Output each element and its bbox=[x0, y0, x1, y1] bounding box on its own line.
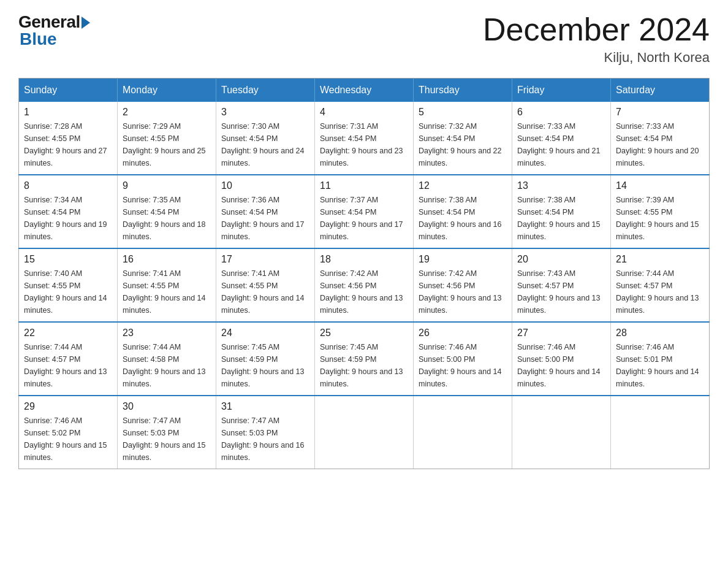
day-number: 14 bbox=[616, 180, 704, 191]
calendar-day-cell: 6 Sunrise: 7:33 AMSunset: 4:54 PMDayligh… bbox=[512, 102, 611, 175]
day-info: Sunrise: 7:44 AMSunset: 4:58 PMDaylight:… bbox=[123, 341, 211, 390]
day-info: Sunrise: 7:47 AMSunset: 5:03 PMDaylight:… bbox=[123, 415, 211, 464]
calendar-day-cell: 25 Sunrise: 7:45 AMSunset: 4:59 PMDaylig… bbox=[315, 322, 414, 396]
calendar-day-cell bbox=[512, 396, 611, 469]
day-number: 30 bbox=[123, 401, 211, 412]
calendar-day-cell bbox=[414, 396, 512, 469]
day-number: 25 bbox=[320, 327, 408, 339]
day-number: 28 bbox=[616, 327, 704, 339]
day-info: Sunrise: 7:38 AMSunset: 4:54 PMDaylight:… bbox=[517, 194, 605, 243]
day-number: 29 bbox=[24, 401, 112, 412]
day-info: Sunrise: 7:36 AMSunset: 4:54 PMDaylight:… bbox=[221, 194, 309, 243]
day-number: 24 bbox=[221, 327, 309, 339]
day-info: Sunrise: 7:41 AMSunset: 4:55 PMDaylight:… bbox=[221, 267, 309, 316]
day-info: Sunrise: 7:46 AMSunset: 5:00 PMDaylight:… bbox=[517, 341, 605, 390]
weekday-header-row: SundayMondayTuesdayWednesdayThursdayFrid… bbox=[19, 79, 710, 102]
day-number: 2 bbox=[123, 107, 211, 118]
calendar-day-cell: 2 Sunrise: 7:29 AMSunset: 4:55 PMDayligh… bbox=[118, 102, 216, 175]
day-number: 5 bbox=[419, 107, 507, 118]
weekday-header-thursday: Thursday bbox=[414, 79, 512, 102]
calendar-day-cell: 28 Sunrise: 7:46 AMSunset: 5:01 PMDaylig… bbox=[611, 322, 710, 396]
weekday-header-tuesday: Tuesday bbox=[216, 79, 315, 102]
calendar-header: SundayMondayTuesdayWednesdayThursdayFrid… bbox=[19, 79, 710, 102]
day-number: 16 bbox=[123, 254, 211, 265]
day-info: Sunrise: 7:40 AMSunset: 4:55 PMDaylight:… bbox=[24, 267, 112, 316]
day-info: Sunrise: 7:38 AMSunset: 4:54 PMDaylight:… bbox=[419, 194, 507, 243]
day-info: Sunrise: 7:41 AMSunset: 4:55 PMDaylight:… bbox=[123, 267, 211, 316]
day-number: 17 bbox=[221, 254, 309, 265]
calendar-day-cell: 12 Sunrise: 7:38 AMSunset: 4:54 PMDaylig… bbox=[414, 175, 512, 248]
calendar-day-cell: 26 Sunrise: 7:46 AMSunset: 5:00 PMDaylig… bbox=[414, 322, 512, 396]
day-number: 6 bbox=[517, 107, 605, 118]
calendar-day-cell: 10 Sunrise: 7:36 AMSunset: 4:54 PMDaylig… bbox=[216, 175, 315, 248]
calendar-day-cell: 16 Sunrise: 7:41 AMSunset: 4:55 PMDaylig… bbox=[118, 248, 216, 322]
calendar-day-cell: 13 Sunrise: 7:38 AMSunset: 4:54 PMDaylig… bbox=[512, 175, 611, 248]
calendar-day-cell: 18 Sunrise: 7:42 AMSunset: 4:56 PMDaylig… bbox=[315, 248, 414, 322]
calendar-table: SundayMondayTuesdayWednesdayThursdayFrid… bbox=[18, 78, 710, 469]
day-number: 26 bbox=[419, 327, 507, 339]
day-number: 15 bbox=[24, 254, 112, 265]
day-number: 21 bbox=[616, 254, 704, 265]
day-number: 8 bbox=[24, 180, 112, 191]
logo: General Blue bbox=[18, 12, 90, 49]
day-info: Sunrise: 7:42 AMSunset: 4:56 PMDaylight:… bbox=[320, 267, 408, 316]
day-number: 10 bbox=[221, 180, 309, 191]
day-info: Sunrise: 7:46 AMSunset: 5:01 PMDaylight:… bbox=[616, 341, 704, 390]
calendar-day-cell: 5 Sunrise: 7:32 AMSunset: 4:54 PMDayligh… bbox=[414, 102, 512, 175]
calendar-day-cell: 31 Sunrise: 7:47 AMSunset: 5:03 PMDaylig… bbox=[216, 396, 315, 469]
day-info: Sunrise: 7:29 AMSunset: 4:55 PMDaylight:… bbox=[123, 120, 211, 169]
calendar-day-cell: 7 Sunrise: 7:33 AMSunset: 4:54 PMDayligh… bbox=[611, 102, 710, 175]
logo-blue-text: Blue bbox=[20, 29, 57, 49]
calendar-day-cell: 1 Sunrise: 7:28 AMSunset: 4:55 PMDayligh… bbox=[19, 102, 118, 175]
day-number: 23 bbox=[123, 327, 211, 339]
day-number: 20 bbox=[517, 254, 605, 265]
day-info: Sunrise: 7:32 AMSunset: 4:54 PMDaylight:… bbox=[419, 120, 507, 169]
location-label: Kilju, North Korea bbox=[483, 50, 710, 66]
month-title: December 2024 bbox=[483, 12, 710, 47]
day-number: 7 bbox=[616, 107, 704, 118]
day-info: Sunrise: 7:44 AMSunset: 4:57 PMDaylight:… bbox=[24, 341, 112, 390]
day-number: 12 bbox=[419, 180, 507, 191]
weekday-header-wednesday: Wednesday bbox=[315, 79, 414, 102]
calendar-week-row: 1 Sunrise: 7:28 AMSunset: 4:55 PMDayligh… bbox=[19, 102, 710, 175]
day-info: Sunrise: 7:33 AMSunset: 4:54 PMDaylight:… bbox=[517, 120, 605, 169]
day-number: 4 bbox=[320, 107, 408, 118]
calendar-week-row: 15 Sunrise: 7:40 AMSunset: 4:55 PMDaylig… bbox=[19, 248, 710, 322]
calendar-day-cell bbox=[611, 396, 710, 469]
day-info: Sunrise: 7:35 AMSunset: 4:54 PMDaylight:… bbox=[123, 194, 211, 243]
day-number: 1 bbox=[24, 107, 112, 118]
calendar-week-row: 22 Sunrise: 7:44 AMSunset: 4:57 PMDaylig… bbox=[19, 322, 710, 396]
calendar-body: 1 Sunrise: 7:28 AMSunset: 4:55 PMDayligh… bbox=[19, 102, 710, 469]
page-header: General Blue December 2024 Kilju, North … bbox=[18, 12, 710, 66]
day-number: 31 bbox=[221, 401, 309, 412]
calendar-day-cell: 29 Sunrise: 7:46 AMSunset: 5:02 PMDaylig… bbox=[19, 396, 118, 469]
day-info: Sunrise: 7:45 AMSunset: 4:59 PMDaylight:… bbox=[221, 341, 309, 390]
day-number: 19 bbox=[419, 254, 507, 265]
day-info: Sunrise: 7:37 AMSunset: 4:54 PMDaylight:… bbox=[320, 194, 408, 243]
day-number: 13 bbox=[517, 180, 605, 191]
calendar-day-cell: 19 Sunrise: 7:42 AMSunset: 4:56 PMDaylig… bbox=[414, 248, 512, 322]
logo-arrow-icon bbox=[82, 17, 90, 29]
day-info: Sunrise: 7:44 AMSunset: 4:57 PMDaylight:… bbox=[616, 267, 704, 316]
calendar-day-cell: 11 Sunrise: 7:37 AMSunset: 4:54 PMDaylig… bbox=[315, 175, 414, 248]
day-info: Sunrise: 7:45 AMSunset: 4:59 PMDaylight:… bbox=[320, 341, 408, 390]
day-number: 22 bbox=[24, 327, 112, 339]
day-info: Sunrise: 7:46 AMSunset: 5:02 PMDaylight:… bbox=[24, 415, 112, 464]
day-info: Sunrise: 7:39 AMSunset: 4:55 PMDaylight:… bbox=[616, 194, 704, 243]
day-number: 27 bbox=[517, 327, 605, 339]
calendar-day-cell: 22 Sunrise: 7:44 AMSunset: 4:57 PMDaylig… bbox=[19, 322, 118, 396]
weekday-header-sunday: Sunday bbox=[19, 79, 118, 102]
calendar-week-row: 29 Sunrise: 7:46 AMSunset: 5:02 PMDaylig… bbox=[19, 396, 710, 469]
calendar-day-cell: 8 Sunrise: 7:34 AMSunset: 4:54 PMDayligh… bbox=[19, 175, 118, 248]
calendar-day-cell: 4 Sunrise: 7:31 AMSunset: 4:54 PMDayligh… bbox=[315, 102, 414, 175]
day-number: 11 bbox=[320, 180, 408, 191]
day-info: Sunrise: 7:47 AMSunset: 5:03 PMDaylight:… bbox=[221, 415, 309, 464]
calendar-day-cell: 23 Sunrise: 7:44 AMSunset: 4:58 PMDaylig… bbox=[118, 322, 216, 396]
day-number: 9 bbox=[123, 180, 211, 191]
day-info: Sunrise: 7:31 AMSunset: 4:54 PMDaylight:… bbox=[320, 120, 408, 169]
calendar-day-cell: 17 Sunrise: 7:41 AMSunset: 4:55 PMDaylig… bbox=[216, 248, 315, 322]
calendar-day-cell: 3 Sunrise: 7:30 AMSunset: 4:54 PMDayligh… bbox=[216, 102, 315, 175]
title-section: December 2024 Kilju, North Korea bbox=[483, 12, 710, 66]
day-info: Sunrise: 7:34 AMSunset: 4:54 PMDaylight:… bbox=[24, 194, 112, 243]
day-info: Sunrise: 7:46 AMSunset: 5:00 PMDaylight:… bbox=[419, 341, 507, 390]
